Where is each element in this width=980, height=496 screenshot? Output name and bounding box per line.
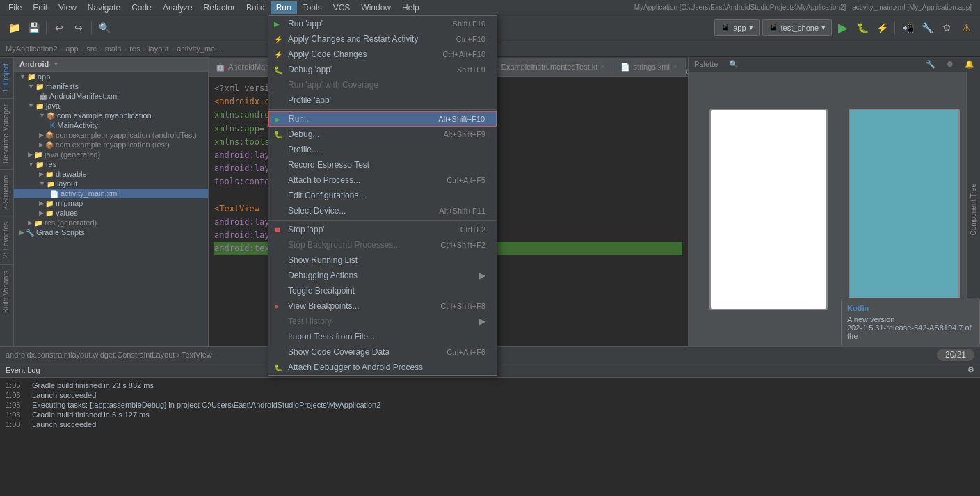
- menu-edit[interactable]: Edit: [27, 1, 53, 14]
- breadcrumb-item-src[interactable]: app: [65, 45, 78, 53]
- menu-item-debug[interactable]: 🐛 Debug... Alt+Shift+F9: [268, 127, 497, 142]
- avd-manager-btn[interactable]: 📲: [899, 19, 916, 36]
- tree-label-res-gen: res (generated): [45, 218, 97, 227]
- toolbar-save-btn[interactable]: 💾: [25, 19, 42, 36]
- menu-item-edit-config[interactable]: Edit Configurations...: [268, 188, 497, 203]
- tree-item-res[interactable]: ▼ 📁 res: [14, 159, 208, 169]
- tree-item-java-generated[interactable]: ▶ 📁 java (generated): [14, 150, 208, 159]
- breadcrumb-item-file[interactable]: layout: [148, 45, 168, 53]
- breadcrumb-item-xml[interactable]: activity_ma...: [177, 45, 221, 53]
- tree-item-app[interactable]: ▼ 📁 app: [14, 72, 208, 81]
- menu-code[interactable]: Code: [126, 1, 157, 14]
- tree-item-gradle[interactable]: ▶ 🔧 Gradle Scripts: [14, 227, 208, 237]
- menu-tools[interactable]: Tools: [297, 1, 328, 14]
- menu-item-attach-process[interactable]: Attach to Process... Ctrl+Alt+F5: [268, 173, 497, 188]
- device-selector-dropdown[interactable]: 📱 test_phone ▾: [762, 19, 832, 36]
- menu-item-stop-app[interactable]: ⏹ Stop 'app' Ctrl+F2: [268, 222, 497, 237]
- tree-item-drawable[interactable]: ▶ 📁 drawable: [14, 169, 208, 179]
- tree-item-values[interactable]: ▶ 📁 values: [14, 208, 208, 218]
- breadcrumb-item-res[interactable]: main: [105, 45, 122, 53]
- tree-icon-gradle: 🔧: [26, 229, 34, 237]
- menu-item-view-breakpoints[interactable]: ● View Breakpoints... Ctrl+Shift+F8: [268, 298, 497, 314]
- palette-search-icon[interactable]: 🔍: [729, 60, 739, 69]
- menu-run[interactable]: Run: [271, 1, 297, 14]
- event-log-settings-icon[interactable]: ⚙: [967, 365, 974, 374]
- tree-icon-activity-main: 📄: [50, 190, 58, 198]
- palette-label[interactable]: Palette: [694, 60, 718, 69]
- menu-build[interactable]: Build: [241, 1, 271, 14]
- debug-btn[interactable]: 🐛: [854, 19, 871, 36]
- device-selector-label: test_phone: [781, 24, 819, 32]
- run-coverage-label: Run 'app' with Coverage: [288, 80, 378, 90]
- tree-item-manifests[interactable]: ▼ 📁 manifests: [14, 81, 208, 91]
- tree-item-mipmap[interactable]: ▶ 📁 mipmap: [14, 198, 208, 208]
- sdk-manager-btn[interactable]: 🔧: [919, 19, 935, 36]
- debugging-actions-label: Debugging Actions: [288, 271, 358, 280]
- menu-file[interactable]: File: [3, 1, 27, 14]
- menu-item-toggle-breakpoint[interactable]: Toggle Breakpoint: [268, 283, 497, 298]
- menu-item-apply-code-changes[interactable]: ⚡ Apply Code Changes Ctrl+Alt+F10: [268, 47, 497, 62]
- tab-example-close[interactable]: ✕: [600, 63, 606, 70]
- tree-label-androidtest: com.example.myapplication (androidTest): [56, 131, 197, 139]
- tree-item-activity-main[interactable]: 📄 activity_main.xml: [14, 189, 208, 198]
- toolbar-open-btn[interactable]: 📁: [6, 19, 22, 36]
- tree-item-res-generated[interactable]: ▶ 📁 res (generated): [14, 218, 208, 227]
- tree-item-package-main[interactable]: ▼ 📦 com.example.myapplication: [14, 111, 208, 120]
- menu-item-show-running[interactable]: Show Running List: [268, 253, 497, 268]
- menu-item-debug-app[interactable]: 🐛 Debug 'app' Shift+F9: [268, 62, 497, 77]
- tree-item-package-androidtest[interactable]: ▶ 📦 com.example.myapplication (androidTe…: [14, 130, 208, 140]
- menu-item-run[interactable]: ▶ Run... Alt+Shift+F10: [268, 111, 497, 127]
- design-panel-icon-1[interactable]: 🔧: [926, 60, 935, 69]
- toolbar-search-btn[interactable]: 🔍: [96, 19, 113, 36]
- android-dropdown-icon[interactable]: ▾: [54, 61, 58, 67]
- tree-item-mainactivity[interactable]: K MainActivity: [14, 120, 208, 130]
- tab-resource-manager[interactable]: Resource Manager: [0, 98, 13, 169]
- tree-item-androidmanifest[interactable]: 🤖 AndroidManifest.xml: [14, 91, 208, 101]
- tree-item-package-test[interactable]: ▶ 📦 com.example.myapplication (test): [14, 140, 208, 150]
- run-label: Run...: [289, 114, 311, 124]
- tab-example-test[interactable]: K ExampleInstrumentedTest.kt ✕: [486, 58, 613, 76]
- tree-item-java[interactable]: ▼ 📁 java: [14, 101, 208, 111]
- profile-btn[interactable]: ⚡: [874, 19, 890, 36]
- tab-favorites[interactable]: 2: Favorites: [0, 216, 13, 264]
- menu-item-profile-app[interactable]: Profile 'app': [268, 93, 497, 108]
- menu-item-apply-changes-restart[interactable]: ⚡ Apply Changes and Restart Activity Ctr…: [268, 31, 497, 47]
- menu-item-attach-debugger[interactable]: 🐛 Attach Debugger to Android Process: [268, 360, 497, 375]
- breadcrumb-item-layout[interactable]: res: [129, 45, 140, 53]
- import-tests-label: Import Tests from File...: [288, 332, 375, 342]
- tab-z-structure[interactable]: Z-Structure: [0, 169, 13, 216]
- toolbar-undo-btn[interactable]: ↩: [51, 19, 67, 36]
- tree-icon-androidtest: 📦: [45, 131, 54, 139]
- settings-btn[interactable]: ⚙: [938, 19, 955, 36]
- tree-item-layout[interactable]: ▼ 📁 layout: [14, 179, 208, 189]
- menu-item-profile[interactable]: Profile...: [268, 142, 497, 157]
- menu-item-debugging-actions[interactable]: Debugging Actions ▶: [268, 268, 497, 283]
- toolbar-redo-btn[interactable]: ↪: [70, 19, 87, 36]
- breadcrumb-item-app[interactable]: MyApplication2: [6, 45, 58, 53]
- left-vertical-tabs: 1: Project Resource Manager Z-Structure …: [0, 57, 14, 346]
- tab-build-variants[interactable]: Build Variants: [0, 264, 13, 319]
- breadcrumb-item-main[interactable]: src: [86, 45, 97, 53]
- menu-item-select-device[interactable]: Select Device... Alt+Shift+F11: [268, 203, 497, 218]
- menu-view[interactable]: View: [53, 1, 82, 14]
- menu-vcs[interactable]: VCS: [328, 1, 356, 14]
- tab-project[interactable]: 1: Project: [0, 57, 13, 98]
- menu-item-run-app[interactable]: ▶ Run 'app' Shift+F10: [268, 16, 497, 31]
- menu-help[interactable]: Help: [396, 1, 425, 14]
- dropdown-sep-2: [268, 220, 497, 221]
- menu-item-import-tests[interactable]: Import Tests from File...: [268, 329, 497, 344]
- menu-item-record-espresso[interactable]: Record Espresso Test: [268, 157, 497, 173]
- design-panel-icon-3[interactable]: 🔔: [965, 60, 974, 69]
- run-btn[interactable]: ▶: [835, 19, 851, 36]
- menu-item-show-coverage[interactable]: Show Code Coverage Data Ctrl+Alt+F6: [268, 344, 497, 360]
- menu-refactor[interactable]: Refactor: [198, 1, 241, 14]
- design-panel-icon-2[interactable]: ⚙: [947, 60, 954, 69]
- warning-btn[interactable]: ⚠: [958, 19, 974, 36]
- menu-navigate[interactable]: Navigate: [82, 1, 126, 14]
- tab-strings-close[interactable]: ✕: [673, 63, 678, 70]
- menu-analyze[interactable]: Analyze: [157, 1, 198, 14]
- status-path: androidx.constraintlayout.widget.Constra…: [6, 351, 212, 359]
- app-selector-dropdown[interactable]: 📱 app ▾: [714, 19, 759, 36]
- tab-strings[interactable]: 📄 strings.xml ✕: [613, 58, 686, 76]
- menu-window[interactable]: Window: [355, 1, 396, 14]
